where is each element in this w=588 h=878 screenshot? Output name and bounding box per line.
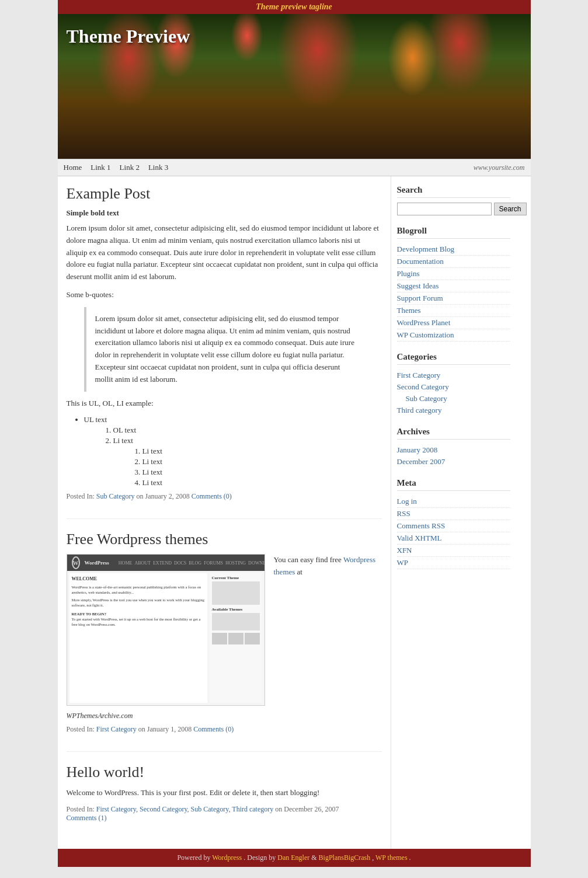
meta-rss[interactable]: RSS <box>397 508 510 520</box>
site-header: Theme preview tagline Theme Preview <box>58 0 531 159</box>
site-tagline: Theme preview tagline <box>256 2 332 11</box>
list-item: Li text <box>142 478 382 487</box>
post-comments-link3[interactable]: Comments (1) <box>67 814 107 822</box>
posted-in-label2: Posted In: <box>67 725 96 733</box>
sidebar-blogroll-section: Blogroll Development Blog Documentation … <box>397 226 510 342</box>
sidebar-meta-title: Meta <box>397 478 510 491</box>
main-content: Example Post Simple bold text Lorem ipsu… <box>58 176 391 849</box>
nav-link3[interactable]: Link 3 <box>148 163 168 172</box>
posted-in-label: Posted In: <box>67 492 96 500</box>
post-image-section: W WordPress HOME ABOUT EXTEND DOCS BLOG … <box>67 554 382 706</box>
search-button[interactable]: Search <box>494 203 527 215</box>
footer-wordpress-link[interactable]: Wordpress <box>212 853 242 862</box>
footer-dan-engler[interactable]: Dan Engler <box>277 853 309 862</box>
blogroll-documentation[interactable]: Documentation <box>397 256 510 268</box>
posted-in-label3: Posted In: <box>67 805 96 813</box>
post-example: Example Post Simple bold text Lorem ipsu… <box>67 185 382 501</box>
sidebar-archives-section: Archives January 2008 December 2007 <box>397 427 510 468</box>
meta-comments-rss[interactable]: Comments RSS <box>397 520 510 532</box>
sidebar-cat-first[interactable]: First Category <box>397 370 510 381</box>
meta-xhtml[interactable]: Valid XHTML <box>397 532 510 545</box>
post-category-link2[interactable]: First Category <box>96 725 137 733</box>
list-item: OL text <box>113 426 382 435</box>
sidebar-blogroll-title: Blogroll <box>397 226 510 239</box>
post-title-example: Example Post <box>67 185 382 203</box>
meta-login[interactable]: Log in <box>397 496 510 508</box>
meta-xfn[interactable]: XFN <box>397 545 510 557</box>
footer-wp-themes[interactable]: WP themes <box>375 853 408 862</box>
sidebar-search-title: Search <box>397 185 510 198</box>
post-meta-wordpress: Posted In: First Category on January 1, … <box>67 725 382 734</box>
sidebar-categories-title: Categories <box>397 352 510 365</box>
navigation-bar: Home Link 1 Link 2 Link 3 www.yoursite.c… <box>58 159 531 176</box>
post-hello-world: Hello world! Welcome to WordPress. This … <box>67 764 382 823</box>
blogroll-wp-customization[interactable]: WP Customization <box>397 329 510 342</box>
footer-bigplans[interactable]: BigPlansBigCrash <box>319 853 371 862</box>
post-list-section: UL text OL text Li text Li text Li text … <box>67 415 382 487</box>
post-bquote-intro: Some b-quotes: <box>67 289 382 301</box>
blogroll-development[interactable]: Development Blog <box>397 243 510 256</box>
wp-themes-archive: WPThemesArchive.com <box>67 712 382 720</box>
list-item: UL text OL text Li text Li text Li text … <box>84 415 382 487</box>
sidebar-meta-section: Meta Log in RSS Comments RSS Valid XHTML… <box>397 478 510 569</box>
list-item: Li text <box>142 447 382 456</box>
nav-link1[interactable]: Link 1 <box>91 163 110 172</box>
post-meta-example: Posted In: Sub Category on January 2, 20… <box>67 492 382 501</box>
post-body-hello: Welcome to WordPress. This is your first… <box>67 787 382 799</box>
post-blockquote: Lorem ipsum dolor sit amet, consectetur … <box>84 307 364 392</box>
footer-design-text: . Design by <box>243 853 277 862</box>
footer-amp: & <box>311 853 318 862</box>
header-image: Theme Preview <box>58 14 531 159</box>
blog-title: Theme Preview <box>67 26 190 47</box>
post-title-wordpress: Free Wordpress themes <box>67 531 382 548</box>
post-bold-heading: Simple bold text <box>67 208 382 218</box>
post-separator2 <box>67 751 382 752</box>
blogroll-suggest[interactable]: Suggest Ideas <box>397 280 510 292</box>
list-item: Li text <box>142 457 382 466</box>
list-item: Li text Li text Li text Li text Li text <box>113 436 382 487</box>
post-text-beside-image: You can easy find free Wordpress themes … <box>265 554 382 706</box>
blogroll-themes[interactable]: Themes <box>397 305 510 317</box>
post-separator <box>67 518 382 519</box>
sidebar-archive-jan2008[interactable]: January 2008 <box>397 444 510 456</box>
tagline-bar: Theme preview tagline <box>58 0 531 14</box>
sidebar-archives-title: Archives <box>397 427 510 440</box>
content-wrapper: Example Post Simple bold text Lorem ipsu… <box>58 176 531 849</box>
post-wordpress-themes: Free Wordpress themes W WordPress <box>67 531 382 734</box>
post-category-link3b[interactable]: Second Category <box>140 805 187 813</box>
nav-home[interactable]: Home <box>64 163 82 172</box>
sidebar-categories-section: Categories First Category Second Categor… <box>397 352 510 416</box>
post-list-intro: This is UL, OL, LI example: <box>67 398 382 410</box>
sidebar-cat-third[interactable]: Third category <box>397 405 510 416</box>
sidebar: Search Search Blogroll Development Blog … <box>391 176 516 849</box>
post-category-link[interactable]: Sub Category <box>96 492 135 500</box>
post-comments-link[interactable]: Comments (0) <box>192 492 232 500</box>
wordpress-screenshot: W WordPress HOME ABOUT EXTEND DOCS BLOG … <box>67 554 265 706</box>
post-body-example: Lorem ipsum dolor sit amet, consectetur … <box>67 222 382 283</box>
blogroll-support[interactable]: Support Forum <box>397 292 510 305</box>
sidebar-search-section: Search Search <box>397 185 510 215</box>
blogroll-plugins[interactable]: Plugins <box>397 268 510 280</box>
site-url: www.yoursite.com <box>474 163 525 172</box>
post-category-link3c[interactable]: Sub Category <box>191 805 229 813</box>
nav-link2[interactable]: Link 2 <box>120 163 140 172</box>
site-footer: Powered by Wordpress . Design by Dan Eng… <box>58 849 531 867</box>
blogroll-wp-planet[interactable]: WordPress Planet <box>397 317 510 329</box>
search-input[interactable] <box>397 203 492 215</box>
footer-period: . <box>409 853 411 862</box>
post-title-hello: Hello world! <box>67 764 382 781</box>
post-category-link3a[interactable]: First Category <box>96 805 136 813</box>
wp-screenshot-content: W WordPress HOME ABOUT EXTEND DOCS BLOG … <box>67 555 265 705</box>
post-meta-hello: Posted In: First Category, Second Catego… <box>67 805 382 823</box>
search-row: Search <box>397 203 510 215</box>
list-item: Li text <box>142 468 382 477</box>
sidebar-archive-dec2007[interactable]: December 2007 <box>397 456 510 468</box>
wordpress-themes-link[interactable]: Wordpress themes <box>274 555 376 576</box>
post-category-link3d[interactable]: Third category <box>232 805 273 813</box>
post-comments-link2[interactable]: Comments (0) <box>193 725 234 733</box>
footer-text: Powered by <box>177 853 212 862</box>
meta-wp[interactable]: WP <box>397 557 510 569</box>
sidebar-cat-sub[interactable]: Sub Category <box>397 393 510 405</box>
sidebar-cat-second[interactable]: Second Category <box>397 381 510 393</box>
nav-links: Home Link 1 Link 2 Link 3 <box>64 163 169 172</box>
